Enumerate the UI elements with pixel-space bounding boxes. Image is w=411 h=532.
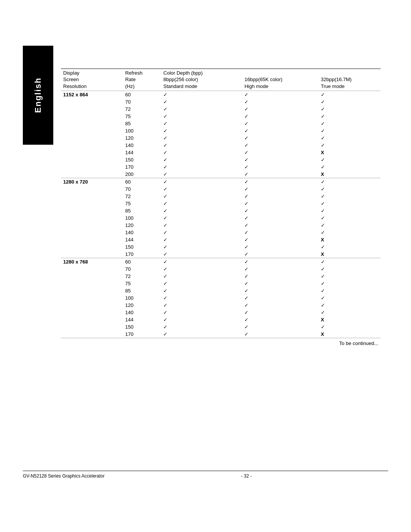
table-row: 120 ✓ ✓ ✓ (61, 302, 381, 309)
table-row: 140 ✓ ✓ ✓ (61, 309, 381, 316)
resolution-label: 1152 x 864 (61, 91, 123, 99)
header-row-3: Resolution (Hz) Standard mode High mode … (61, 83, 381, 91)
table-row: 140 ✓ ✓ ✓ (61, 229, 381, 236)
header-empty2 (319, 69, 381, 77)
resolution-label: 1280 x 720 (61, 178, 123, 186)
resolution-table: Display Refresh Color Depth (bpp) Screen… (61, 69, 381, 347)
table-row: 70 ✓ ✓ ✓ (61, 98, 381, 105)
standard-check: ✓ (161, 91, 242, 99)
hz-value: 60 (123, 91, 161, 99)
header-32bpp: 32bpp(16.7M) (319, 76, 381, 83)
resolution-label: 1280 x 768 (61, 258, 123, 266)
true-check: ✓ (319, 91, 381, 99)
high-check: ✓ (242, 91, 319, 99)
header-empty1 (242, 69, 319, 77)
table-row: 100 ✓ ✓ ✓ (61, 214, 381, 222)
table-row: 170 ✓ ✓ X (61, 251, 381, 258)
table-row: 72 ✓ ✓ ✓ (61, 193, 381, 200)
sidebar-tab: English (23, 46, 53, 145)
table-row: 144 ✓ ✓ X (61, 236, 381, 243)
table-row: 70 ✓ ✓ ✓ (61, 265, 381, 273)
hz-value: 72 (123, 105, 161, 113)
table-row: 100 ✓ ✓ ✓ (61, 294, 381, 302)
header-8bpp: 8bpp(256 color) (161, 76, 242, 83)
table-row: 120 ✓ ✓ ✓ (61, 222, 381, 229)
continued-row: To be continued... (61, 338, 381, 347)
table-row: 75 ✓ ✓ ✓ (61, 113, 381, 120)
table-row: 72 ✓ ✓ ✓ (61, 273, 381, 280)
header-hz: (Hz) (123, 83, 161, 91)
table-row: 144 ✓ ✓ X (61, 316, 381, 323)
header-true: True mode (319, 83, 381, 91)
table-row: 85 ✓ ✓ ✓ (61, 207, 381, 214)
table-row: 200 ✓ ✓ X (61, 171, 381, 178)
header-standard: Standard mode (161, 83, 242, 91)
standard-check: ✓ (161, 98, 242, 105)
table-row: 150 ✓ ✓ ✓ (61, 243, 381, 251)
header-rate: Rate (123, 76, 161, 83)
high-check: ✓ (242, 98, 319, 105)
table-row: 75 ✓ ✓ ✓ (61, 280, 381, 287)
table-row: 120 ✓ ✓ ✓ (61, 134, 381, 142)
sidebar-label: English (33, 77, 43, 113)
main-content: Display Refresh Color Depth (bpp) Screen… (61, 0, 381, 347)
table-row: 1280 x 720 60 ✓ ✓ ✓ (61, 178, 381, 186)
table-row: 100 ✓ ✓ ✓ (61, 127, 381, 134)
header-screen: Screen (61, 76, 123, 83)
header-high: High mode (242, 83, 319, 91)
table-row: 70 ✓ ✓ ✓ (61, 185, 381, 193)
header-row-1: Display Refresh Color Depth (bpp) (61, 69, 381, 77)
table-row: 85 ✓ ✓ ✓ (61, 287, 381, 294)
header-colordepth: Color Depth (bpp) (161, 69, 242, 77)
table-row: 170 ✓ ✓ X (61, 331, 381, 338)
footer: GV-N52128 Series Graphics Accelerator - … (23, 471, 388, 479)
table-row: 144 ✓ ✓ X (61, 149, 381, 156)
true-check: ✓ (319, 98, 381, 105)
table-row: 85 ✓ ✓ ✓ (61, 120, 381, 127)
table-row: 150 ✓ ✓ ✓ (61, 156, 381, 163)
header-row-2: Screen Rate 8bpp(256 color) 16bpp(65K co… (61, 76, 381, 83)
res-empty (61, 98, 123, 105)
table-row: 150 ✓ ✓ ✓ (61, 323, 381, 331)
table-row: 140 ✓ ✓ ✓ (61, 142, 381, 149)
footer-center: - 32 - (241, 473, 252, 479)
footer-left: GV-N52128 Series Graphics Accelerator (23, 473, 105, 479)
table-row: 170 ✓ ✓ ✓ (61, 163, 381, 171)
hz-value: 70 (123, 98, 161, 105)
continued-text: To be continued... (339, 339, 378, 346)
header-resolution: Resolution (61, 83, 123, 91)
table-row: 1280 x 768 60 ✓ ✓ ✓ (61, 258, 381, 266)
table-row: 72 ✓ ✓ ✓ (61, 105, 381, 113)
header-16bpp: 16bpp(65K color) (242, 76, 319, 83)
table-row: 75 ✓ ✓ ✓ (61, 200, 381, 207)
header-refresh: Refresh (123, 69, 161, 77)
header-display: Display (61, 69, 123, 77)
table-row: 1152 x 864 60 ✓ ✓ ✓ (61, 91, 381, 99)
